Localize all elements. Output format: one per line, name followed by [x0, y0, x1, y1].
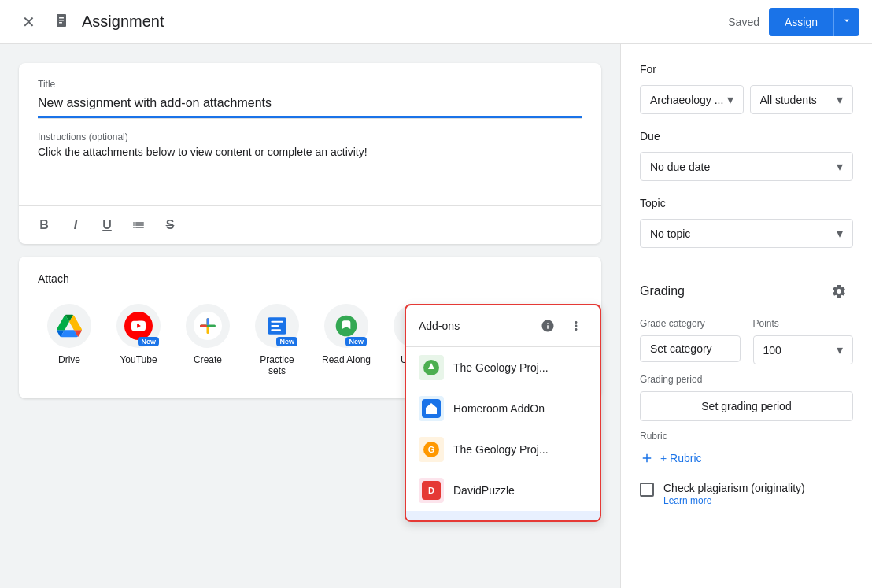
addon-geology2-label: The Geology Proj...: [453, 443, 587, 456]
title-label: Title: [38, 79, 582, 90]
set-category-button[interactable]: Set category: [640, 335, 741, 362]
topic-chevron-icon: ▾: [837, 226, 843, 241]
addon-davidpuzzle-label: DavidPuzzle: [453, 484, 587, 497]
rubric-section: Rubric + Rubric: [640, 431, 853, 472]
assign-dropdown-button[interactable]: [833, 8, 859, 36]
addon-item-davidpuzzle[interactable]: D DavidPuzzle: [406, 470, 600, 511]
assign-button[interactable]: Assign: [769, 8, 833, 36]
add-rubric-button[interactable]: + Rubric: [640, 445, 853, 472]
addons-info-button[interactable]: [537, 315, 559, 337]
addons-popup: Add-ons: [405, 304, 601, 522]
attach-practice-sets[interactable]: New Practice sets: [246, 298, 309, 383]
points-col: Points 100 ▾: [753, 318, 854, 364]
class-chevron-icon: ▾: [727, 92, 733, 107]
svg-text:G: G: [428, 445, 435, 454]
students-chevron-icon: ▾: [837, 92, 843, 107]
due-section: Due No due date ▾: [640, 130, 853, 181]
title-section: Title: [19, 63, 601, 118]
for-section: For Archaeology ... ▾ All students ▾: [640, 63, 853, 114]
points-value: 100: [763, 344, 834, 357]
due-label: Due: [640, 130, 853, 142]
create-label: Create: [194, 354, 222, 365]
learn-more-link[interactable]: Learn more: [663, 495, 805, 506]
svg-rect-8: [200, 325, 207, 327]
create-icon-circle: [186, 304, 230, 348]
attach-drive[interactable]: Drive: [38, 298, 101, 383]
attach-youtube[interactable]: New YouTube: [107, 298, 170, 383]
doc-icon: [50, 9, 76, 35]
attach-create[interactable]: Create: [176, 298, 239, 383]
italic-button[interactable]: I: [63, 213, 88, 238]
grading-settings-button[interactable]: [825, 277, 853, 305]
practice-sets-label: Practice sets: [252, 354, 302, 376]
set-grading-period-button[interactable]: Set grading period: [640, 391, 853, 421]
youtube-label: YouTube: [120, 354, 157, 365]
class-select[interactable]: Archaeology ... ▾: [640, 85, 744, 114]
svg-rect-1: [59, 17, 64, 19]
grading-section: Grading Grade category Set category Poin…: [640, 277, 853, 506]
addon-item-google-arts[interactable]: Google Arts & Cu...: [406, 511, 600, 520]
addon-item-geology2[interactable]: G The Geology Proj...: [406, 429, 600, 470]
for-label: For: [640, 63, 853, 76]
instructions-section: Instructions (optional) Click the attach…: [19, 119, 601, 205]
drive-icon-circle: [47, 304, 91, 348]
attach-read-along[interactable]: New Read Along: [315, 298, 378, 383]
page-title: Assignment: [82, 13, 728, 31]
for-selects: Archaeology ... ▾ All students ▾: [640, 85, 853, 114]
title-input[interactable]: [38, 93, 582, 118]
plagiarism-text-wrap: Check plagiarism (originality) Learn mor…: [663, 481, 805, 506]
read-along-label: Read Along: [322, 354, 371, 365]
addon-geology2-icon: G: [419, 437, 444, 462]
svg-rect-2: [59, 20, 64, 21]
drive-label: Drive: [58, 354, 80, 365]
grading-period-section: Grading period Set grading period: [640, 374, 853, 421]
plagiarism-section: Check plagiarism (originality) Learn mor…: [640, 481, 853, 506]
right-panel: For Archaeology ... ▾ All students ▾ Due…: [620, 44, 872, 588]
practice-sets-new-badge: New: [276, 337, 297, 346]
grading-title: Grading: [640, 284, 825, 298]
instructions-label: Instructions (optional): [38, 131, 582, 142]
left-panel: Title Instructions (optional) Click the …: [0, 44, 620, 588]
points-select[interactable]: 100 ▾: [753, 335, 854, 364]
plagiarism-text: Check plagiarism (originality): [663, 482, 805, 494]
students-value: All students: [760, 94, 834, 106]
topic-select[interactable]: No topic ▾: [640, 219, 853, 248]
plagiarism-checkbox[interactable]: [640, 483, 654, 497]
grade-category-label: Grade category: [640, 318, 741, 329]
youtube-new-badge: New: [138, 337, 159, 346]
due-value: No due date: [650, 161, 833, 173]
attach-label: Attach: [38, 272, 582, 285]
list-button[interactable]: [126, 213, 151, 238]
instructions-text[interactable]: Click the attachments below to view cont…: [38, 146, 582, 193]
youtube-icon: [124, 312, 153, 340]
due-select[interactable]: No due date ▾: [640, 152, 853, 181]
youtube-icon-circle: New: [116, 304, 161, 348]
addon-homeroom-icon: [419, 396, 444, 421]
bold-button[interactable]: B: [31, 213, 57, 238]
underline-button[interactable]: U: [94, 213, 120, 238]
topic-value: No topic: [650, 227, 833, 240]
points-chevron-icon: ▾: [837, 342, 843, 357]
points-label: Points: [753, 318, 854, 329]
grade-category-col: Grade category Set category: [640, 318, 741, 364]
close-button[interactable]: ✕: [13, 6, 44, 38]
addons-list: The Geology Proj... Homeroom AddOn G: [406, 347, 600, 520]
read-along-new-badge: New: [345, 337, 367, 346]
section-divider: [640, 264, 853, 264]
strikethrough-button[interactable]: S: [157, 213, 183, 238]
addon-geology1-label: The Geology Proj...: [453, 361, 587, 374]
addons-header: Add-ons: [406, 305, 600, 347]
saved-status: Saved: [728, 16, 759, 28]
grading-period-label: Grading period: [640, 374, 853, 385]
svg-text:D: D: [428, 486, 434, 495]
addon-item-geology1[interactable]: The Geology Proj...: [406, 347, 600, 388]
addons-more-button[interactable]: [565, 315, 587, 337]
topic-section: Topic No topic ▾: [640, 197, 853, 248]
grade-row: Grade category Set category Points 100 ▾: [640, 318, 853, 364]
addon-geology1-icon: [419, 355, 444, 380]
addon-item-homeroom[interactable]: Homeroom AddOn: [406, 388, 600, 429]
students-select[interactable]: All students ▾: [750, 85, 854, 114]
rubric-label: Rubric: [640, 431, 853, 442]
svg-rect-3: [59, 22, 62, 24]
add-rubric-label: + Rubric: [660, 452, 702, 464]
